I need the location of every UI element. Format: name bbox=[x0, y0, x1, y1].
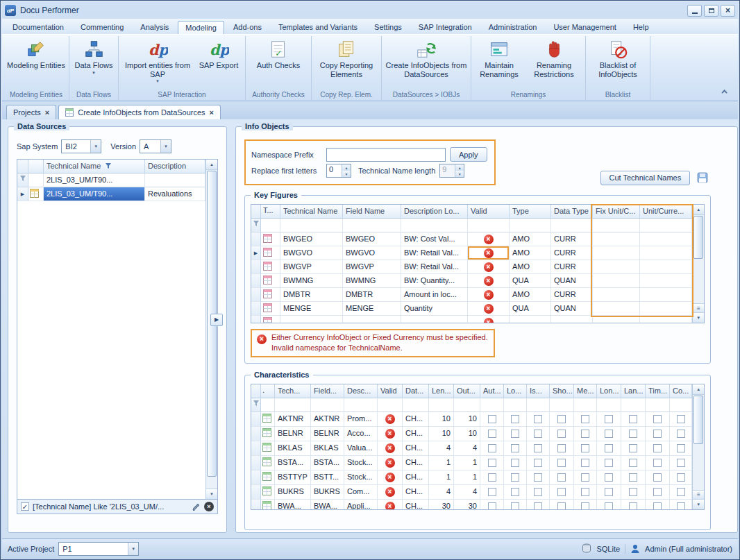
characteristic-row[interactable]: BSTA... BSTA... Stock... × CH... 1 1 bbox=[251, 456, 692, 470]
data-source-row[interactable]: 2LIS_03_UM/T90... Revaluations bbox=[17, 187, 205, 201]
unit-currency-cell[interactable] bbox=[640, 316, 692, 323]
column-header-valid[interactable]: Valid bbox=[378, 384, 403, 398]
is-checkbox[interactable] bbox=[534, 444, 542, 452]
tab-create-infoobjects[interactable]: Create InfoObjects from DataSources × bbox=[58, 105, 221, 119]
aut-checkbox[interactable] bbox=[488, 444, 496, 452]
key-figure-row[interactable]: BWGVP BWGVP BW: Retail Val... × AMO CURR bbox=[251, 260, 692, 274]
column-header-data-type[interactable]: Data Type bbox=[551, 205, 593, 219]
renaming-restrictions-button[interactable]: Renaming Restrictions bbox=[525, 37, 583, 80]
characteristic-row[interactable]: BUKRS BUKRS Com... × CH... 4 4 bbox=[251, 485, 692, 500]
chevron-down-icon[interactable]: ▼ bbox=[128, 543, 138, 555]
lan-checkbox[interactable] bbox=[629, 488, 637, 496]
sho-checkbox[interactable] bbox=[557, 415, 566, 423]
lon-checkbox[interactable] bbox=[605, 459, 613, 467]
edit-filter-pencil-icon[interactable] bbox=[192, 502, 201, 511]
scroll-up-icon[interactable]: ▲ bbox=[693, 205, 704, 215]
lo-checkbox[interactable] bbox=[511, 502, 519, 509]
sap-export-button[interactable]: dp SAP Export bbox=[194, 37, 243, 71]
save-button[interactable] bbox=[694, 170, 711, 185]
menu-item[interactable]: Templates and Variants bbox=[271, 20, 365, 34]
version-combo[interactable]: A ▼ bbox=[140, 139, 171, 153]
lan-checkbox[interactable] bbox=[629, 430, 637, 438]
unit-currency-cell[interactable] bbox=[640, 302, 692, 316]
scroll-down-icon[interactable]: ▼ bbox=[206, 489, 217, 499]
scrollbar-thumb[interactable] bbox=[693, 216, 703, 259]
namespace-prefix-input[interactable] bbox=[326, 148, 446, 162]
column-header-field-name[interactable]: Field... bbox=[311, 384, 344, 398]
vertical-scrollbar[interactable]: ▲ ≡ ▼ bbox=[692, 384, 704, 509]
key-figure-row[interactable]: BWMNG BWMNG BW: Quantity... × QUA QUAN bbox=[251, 274, 692, 288]
column-header-fix-unit[interactable]: Fix Unit/C... bbox=[593, 205, 640, 219]
unit-currency-cell[interactable] bbox=[640, 246, 692, 260]
spin-down-icon[interactable]: ▼ bbox=[455, 171, 464, 177]
column-header-technical-name[interactable]: Technical Name bbox=[280, 205, 343, 219]
spin-up-icon[interactable]: ▲ bbox=[342, 164, 351, 171]
characteristic-row[interactable]: BELNR BELNR Acco... × CH... 10 10 bbox=[251, 427, 692, 441]
me-checkbox[interactable] bbox=[581, 502, 589, 509]
filter-row[interactable] bbox=[251, 398, 692, 412]
sap-system-combo[interactable]: BI2 ▼ bbox=[61, 139, 101, 153]
menu-item[interactable]: Help bbox=[625, 20, 657, 34]
characteristic-row[interactable]: BWA... BWA... Appli... × CH... 30 30 bbox=[251, 500, 692, 509]
column-header-lon[interactable]: Lon... bbox=[597, 384, 621, 398]
fix-unit-cell[interactable] bbox=[593, 316, 640, 323]
column-header-is[interactable]: Is... bbox=[527, 384, 550, 398]
move-right-button[interactable]: ▶ bbox=[210, 314, 223, 326]
menu-item[interactable]: Add-ons bbox=[226, 20, 269, 34]
menu-item[interactable]: Commenting bbox=[73, 20, 131, 34]
lo-checkbox[interactable] bbox=[511, 430, 519, 438]
fix-unit-cell[interactable] bbox=[593, 302, 640, 316]
key-figure-row[interactable]: MENGE MENGE Quantity × QUA QUAN bbox=[251, 302, 692, 316]
column-header-unit-currency[interactable]: Unit/Curre... bbox=[640, 205, 692, 219]
co-checkbox[interactable] bbox=[677, 502, 685, 509]
menu-item[interactable]: Documentation bbox=[5, 20, 72, 34]
tim-checkbox[interactable] bbox=[653, 430, 662, 438]
column-header-icon[interactable]: . bbox=[261, 384, 275, 398]
column-header-description[interactable]: Desc... bbox=[344, 384, 378, 398]
lon-checkbox[interactable] bbox=[605, 444, 613, 452]
lan-checkbox[interactable] bbox=[629, 502, 637, 509]
me-checkbox[interactable] bbox=[581, 444, 589, 452]
co-checkbox[interactable] bbox=[677, 415, 685, 423]
column-header-sho[interactable]: Sho... bbox=[550, 384, 574, 398]
chevron-down-icon[interactable]: ▼ bbox=[160, 140, 171, 153]
sho-checkbox[interactable] bbox=[557, 430, 566, 438]
lo-checkbox[interactable] bbox=[511, 444, 519, 452]
co-checkbox[interactable] bbox=[677, 473, 685, 482]
characteristic-row[interactable]: BSTTYP BSTT... Stock... × CH... 1 1 bbox=[251, 470, 692, 485]
aut-checkbox[interactable] bbox=[488, 459, 496, 467]
key-figure-row[interactable]: DMBTR DMBTR Amount in loc... × AMO CURR bbox=[251, 288, 692, 302]
copy-reporting-elements-button[interactable]: Copy Reporting Elements bbox=[314, 37, 379, 80]
close-button[interactable]: × bbox=[721, 5, 735, 17]
spin-down-icon[interactable]: ▼ bbox=[342, 171, 351, 177]
fix-unit-cell[interactable] bbox=[593, 288, 640, 302]
is-checkbox[interactable] bbox=[534, 473, 542, 482]
lan-checkbox[interactable] bbox=[629, 415, 637, 423]
column-header-description[interactable]: Description Lo... bbox=[401, 205, 468, 219]
menu-item[interactable]: SAP Integration bbox=[411, 20, 480, 34]
description-cell[interactable]: Revaluations bbox=[145, 187, 205, 201]
characteristic-row[interactable]: BKLAS BKLAS Valua... × CH... 4 4 bbox=[251, 441, 692, 456]
menu-item[interactable]: Modeling bbox=[178, 21, 224, 35]
key-figure-row[interactable]: BWGEO BWGEO BW: Cost Val... × AMO CURR bbox=[251, 232, 692, 246]
lo-checkbox[interactable] bbox=[511, 459, 519, 467]
lan-checkbox[interactable] bbox=[629, 459, 637, 467]
data-flows-button[interactable]: Data Flows ▼ bbox=[72, 37, 116, 76]
spin-up-icon[interactable]: ▲ bbox=[455, 164, 464, 171]
column-header-lan[interactable]: Lan... bbox=[621, 384, 646, 398]
lon-checkbox[interactable] bbox=[605, 473, 613, 482]
unit-currency-cell[interactable] bbox=[640, 288, 692, 302]
description-filter-cell[interactable] bbox=[145, 173, 205, 187]
apply-button[interactable]: Apply bbox=[450, 147, 487, 162]
tab-close-icon[interactable]: × bbox=[45, 109, 49, 117]
aut-checkbox[interactable] bbox=[488, 415, 496, 423]
tim-checkbox[interactable] bbox=[653, 488, 662, 496]
sho-checkbox[interactable] bbox=[557, 488, 566, 496]
me-checkbox[interactable] bbox=[581, 430, 589, 438]
is-checkbox[interactable] bbox=[534, 459, 542, 467]
column-header-lo[interactable]: Lo... bbox=[504, 384, 527, 398]
is-checkbox[interactable] bbox=[534, 502, 542, 509]
technical-name-filter-cell[interactable]: 2LIS_03_UM/T90... bbox=[44, 173, 145, 187]
filter-row[interactable]: 2LIS_03_UM/T90... bbox=[17, 173, 205, 187]
aut-checkbox[interactable] bbox=[488, 430, 496, 438]
